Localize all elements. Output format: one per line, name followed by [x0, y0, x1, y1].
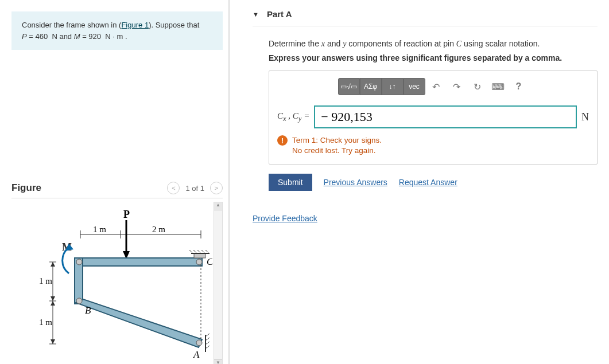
label-B: B [85, 305, 91, 316]
tool-template-button[interactable]: ▭√▭ [338, 78, 360, 95]
previous-answers-link[interactable]: Previous Answers [324, 178, 387, 187]
figure-link[interactable]: Figure 1 [121, 21, 149, 29]
svg-marker-33 [51, 262, 55, 267]
problem-intro-post: ). Suppose that [149, 21, 199, 29]
figure-scrollbar[interactable]: ▲▼ [214, 202, 223, 364]
svg-point-14 [196, 259, 202, 265]
reset-icon[interactable]: ↻ [468, 78, 487, 95]
provide-feedback-link[interactable]: Provide Feedback [253, 214, 317, 223]
prompt-line-1: Determine the x and y components of reac… [269, 39, 598, 49]
help-icon[interactable]: ? [509, 78, 529, 95]
problem-statement: Consider the frame shown in (Figure 1). … [11, 11, 223, 50]
undo-icon[interactable]: ↶ [426, 78, 446, 95]
tool-subscript-button[interactable]: ↓↑ [382, 78, 404, 95]
collapse-icon: ▼ [253, 11, 259, 18]
svg-marker-36 [51, 339, 55, 344]
redo-icon[interactable]: ↷ [447, 78, 467, 95]
dim-2m-top: 2 m [152, 225, 165, 234]
submit-button[interactable]: Submit [269, 174, 312, 191]
part-header[interactable]: ▼ Part A [253, 6, 598, 26]
pager-prev[interactable]: < [167, 182, 180, 194]
dim-1m-left-b: 1 m [39, 318, 52, 327]
figure-pager: < 1 of 1 > [167, 182, 223, 194]
answer-panel: ▭√▭ ΑΣφ ↓↑ vec ↶ ↷ ↻ ⌨ ? Cx , Cy = N [269, 71, 598, 165]
part-title: Part A [267, 9, 292, 19]
problem-intro-pre: Consider the frame shown in ( [22, 21, 121, 29]
svg-line-27 [205, 346, 210, 349]
svg-line-25 [205, 338, 210, 340]
svg-line-24 [205, 334, 210, 336]
svg-marker-10 [76, 299, 202, 347]
equation-toolbar: ▭√▭ ΑΣφ ↓↑ vec ↶ ↷ ↻ ⌨ ? [277, 78, 589, 95]
dim-1m-top: 1 m [93, 225, 106, 234]
tool-vec-button[interactable]: vec [404, 78, 425, 95]
svg-rect-8 [75, 258, 202, 266]
svg-point-13 [76, 298, 82, 304]
prompt-line-2: Express your answers using three signifi… [269, 53, 598, 62]
svg-rect-16 [194, 253, 205, 258]
figure-heading: Figure [11, 182, 41, 194]
svg-marker-35 [51, 301, 55, 306]
answer-unit: N [581, 111, 589, 123]
pager-next[interactable]: > [210, 182, 223, 194]
figure-diagram: P M 1 m 2 m [11, 202, 223, 364]
feedback-line-1: Term 1: Check your signs. [292, 136, 382, 144]
answer-input[interactable] [314, 105, 577, 128]
warning-icon: ! [277, 135, 288, 146]
label-P: P [123, 209, 130, 220]
answer-lhs: Cx , Cy = [277, 111, 309, 123]
svg-point-15 [196, 340, 202, 346]
feedback-message: ! Term 1: Check your signs. No credit lo… [277, 135, 589, 156]
label-C: C [207, 256, 212, 267]
feedback-line-2: No credit lost. Try again. [292, 146, 376, 155]
keyboard-icon[interactable]: ⌨ [488, 78, 508, 95]
request-answer-link[interactable]: Request Answer [399, 178, 457, 187]
dim-1m-left-a: 1 m [39, 276, 52, 285]
tool-greek-button[interactable]: ΑΣφ [360, 78, 382, 95]
svg-point-12 [76, 259, 82, 265]
pager-text: 1 of 1 [185, 184, 204, 193]
svg-line-26 [205, 342, 210, 345]
svg-marker-34 [51, 296, 55, 301]
label-A: A [193, 349, 200, 360]
